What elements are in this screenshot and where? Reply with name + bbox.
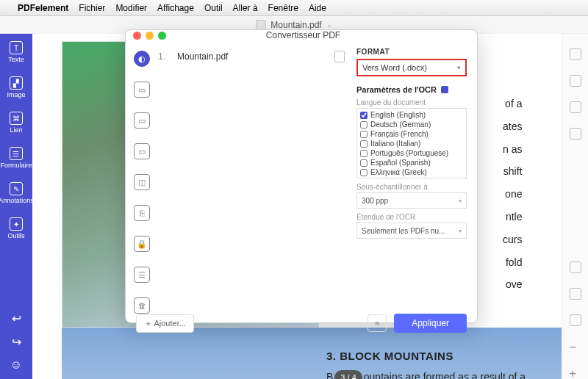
text-icon: T — [10, 41, 23, 54]
app-name[interactable]: PDFelement — [18, 3, 68, 13]
tool-label: Texte — [8, 56, 24, 63]
lang-option-greek[interactable]: Ελληνικά (Greek) — [359, 167, 465, 177]
chevron-down-icon[interactable]: ⌄ — [326, 21, 332, 29]
menu-aller-a[interactable]: Aller à — [233, 3, 258, 13]
menu-affichage[interactable]: Affichage — [157, 3, 194, 13]
plus-icon[interactable]: + — [570, 367, 581, 379]
tool-label: Lien — [10, 126, 22, 134]
language-list[interactable]: English (English) Deutsch (German) Franç… — [356, 108, 467, 178]
tool-label: Formulaire — [0, 162, 32, 169]
partial-text: of aatesn as shiftonentle cursfoldove — [503, 93, 522, 296]
menu-modifier[interactable]: Modifier — [115, 3, 147, 13]
link-icon: ⌘ — [10, 112, 23, 125]
chevron-down-icon: ▾ — [459, 228, 462, 234]
format-ppt-icon[interactable]: ▭ — [134, 143, 150, 159]
downsample-label: Sous-échantillonner à — [356, 183, 467, 191]
page-icon[interactable] — [570, 75, 581, 87]
modal-title: Convertisseur PDF — [166, 30, 440, 40]
chevron-down-icon: ▾ — [459, 198, 462, 204]
lang-checkbox[interactable] — [360, 112, 368, 119]
format-other-icon[interactable]: ☰ — [134, 267, 150, 283]
chevron-down-icon: ▾ — [457, 64, 461, 71]
tool-label: Annotations — [0, 197, 34, 204]
mac-menubar: PDFelement Fichier Modifier Affichage Ou… — [0, 0, 588, 16]
lang-option-french[interactable]: Français (French) — [359, 129, 465, 139]
tool-lien[interactable]: ⌘Lien — [10, 112, 23, 134]
tools-icon: ✦ — [10, 217, 23, 231]
lang-checkbox[interactable] — [360, 131, 368, 138]
section-heading: 3. BLOCK MOUNTAINS — [326, 350, 547, 362]
document-body: 3. BLOCK MOUNTAINS B3 / 4ountains are fo… — [326, 350, 547, 379]
lang-option-spanish[interactable]: Español (Spanish) — [359, 158, 465, 167]
undo-icon[interactable]: ↩ — [10, 311, 23, 325]
menu-aide[interactable]: Aide — [309, 3, 326, 13]
ocr-toggle[interactable] — [441, 86, 448, 93]
format-select[interactable]: Vers Word (.docx) ▾ — [356, 59, 467, 76]
redo-icon[interactable]: ↪ — [10, 335, 23, 348]
document-title: Mountain.pdf — [270, 20, 321, 30]
section-paragraph: B3 / 4ountains are formed as a result of… — [326, 368, 547, 379]
format-txt-icon[interactable]: ⎘ — [134, 205, 150, 221]
image-icon: ▞ — [10, 76, 23, 90]
file-list: 1. Mountain.pdf — [158, 40, 352, 314]
tool-formulaire[interactable]: ☰Formulaire — [0, 147, 32, 169]
file-row[interactable]: 1. Mountain.pdf — [158, 51, 345, 62]
lang-option-english[interactable]: English (English) — [359, 110, 465, 120]
page-indicator[interactable]: 3 / 4 — [334, 370, 362, 379]
minimize-icon[interactable] — [146, 32, 154, 40]
lang-checkbox[interactable] — [360, 140, 368, 148]
format-doc-icon[interactable]: ▭ — [134, 82, 150, 98]
scope-label: Étendue de l'OCR — [356, 213, 467, 221]
bookmark-icon[interactable] — [570, 101, 581, 113]
lang-option-portuguese[interactable]: Português (Portuguese) — [359, 148, 465, 158]
apply-button[interactable]: Appliquer — [394, 314, 467, 333]
close-icon[interactable] — [133, 32, 141, 40]
convert-pdf-modal: Convertisseur PDF ◐ ▭ ▭ ▭ ◫ ⎘ 🔒 ☰ 🗑 1. M… — [125, 29, 478, 323]
left-toolbar: TTexte ▞Image ⌘Lien ☰Formulaire ✎Annotat… — [0, 34, 32, 379]
lang-option-italian[interactable]: Italiano (Italian) — [359, 139, 465, 148]
lang-checkbox[interactable] — [360, 169, 368, 176]
lang-checkbox[interactable] — [360, 159, 368, 167]
add-button[interactable]: ＋ Ajouter... — [136, 314, 194, 333]
layout-icon[interactable] — [570, 288, 581, 300]
tool-annotations[interactable]: ✎Annotations — [0, 182, 34, 204]
lang-checkbox[interactable] — [360, 150, 368, 157]
modal-format-rail: ◐ ▭ ▭ ▭ ◫ ⎘ 🔒 ☰ 🗑 — [126, 40, 158, 314]
minus-icon[interactable]: − — [570, 341, 581, 353]
menu-fichier[interactable]: Fichier — [79, 3, 105, 13]
lang-checkbox[interactable] — [360, 121, 368, 129]
fit-icon[interactable] — [570, 261, 581, 273]
file-index: 1. — [158, 51, 165, 62]
right-toolbar: − + — [562, 34, 588, 379]
lang-label: Langue du document — [356, 98, 467, 107]
maximize-icon[interactable] — [158, 32, 166, 40]
tool-image[interactable]: ▞Image — [7, 76, 25, 98]
menu-outil[interactable]: Outil — [204, 3, 223, 13]
format-img-icon[interactable]: ◫ — [134, 174, 150, 190]
scope-select[interactable]: Seulement les PDFs nu...▾ — [356, 223, 467, 239]
list-view-button[interactable]: ≡ — [368, 314, 387, 332]
modal-options: FORMAT Vers Word (.docx) ▾ Paramètres de… — [352, 40, 477, 314]
format-value: Vers Word (.docx) — [362, 63, 427, 72]
format-loading-icon[interactable]: ◐ — [134, 51, 150, 67]
lang-option-german[interactable]: Deutsch (German) — [359, 120, 465, 129]
list-icon[interactable] — [570, 128, 581, 140]
file-name: Mountain.pdf — [177, 51, 228, 62]
format-xls-icon[interactable]: ▭ — [134, 112, 150, 129]
downsample-select[interactable]: 300 ppp▾ — [356, 192, 467, 209]
tool-label: Image — [7, 91, 25, 98]
window-controls — [133, 32, 166, 40]
page-range-icon[interactable] — [334, 51, 345, 62]
tool-outils[interactable]: ✦Outils — [7, 217, 24, 239]
grid-icon[interactable] — [570, 48, 581, 60]
annotation-icon: ✎ — [10, 182, 23, 195]
document-icon — [256, 20, 266, 30]
format-trash-icon[interactable]: 🗑 — [134, 297, 150, 314]
format-lock-icon[interactable]: 🔒 — [134, 236, 150, 252]
menu-fenetre[interactable]: Fenêtre — [268, 3, 298, 13]
format-label: FORMAT — [356, 48, 467, 56]
modal-titlebar: Convertisseur PDF — [126, 30, 477, 40]
user-icon[interactable]: ☺ — [10, 358, 23, 372]
tool-texte[interactable]: TTexte — [8, 41, 24, 63]
info-icon[interactable] — [570, 314, 581, 326]
